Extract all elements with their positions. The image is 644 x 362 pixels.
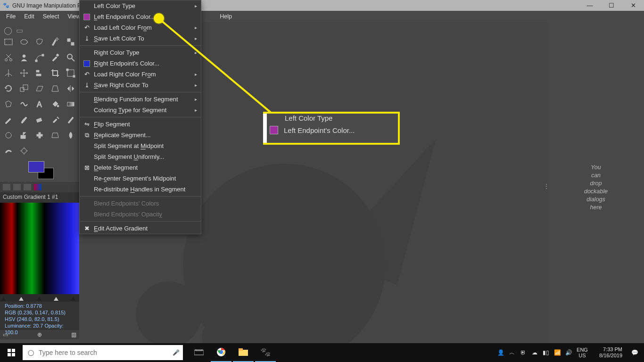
tab-gradients-icon[interactable] [34, 184, 41, 190]
tool-measure[interactable] [1, 66, 16, 81]
window-maximize-button[interactable]: ☐ [601, 0, 622, 11]
menu-load-left-color-from[interactable]: ↶Load Left Color From▸ [80, 22, 201, 33]
tool-unified-transform[interactable] [63, 66, 78, 81]
menu-delete-segment[interactable]: ⊠Delete Segment [80, 162, 201, 173]
tool-align[interactable] [32, 66, 47, 81]
fg-bg-colors[interactable] [28, 161, 57, 181]
tab-tool-options-icon[interactable] [3, 184, 10, 190]
svg-rect-22 [36, 118, 41, 122]
menu-right-color-type[interactable]: Right Color Type▸ [80, 47, 201, 58]
tray-battery-icon[interactable]: ▮▯ [540, 349, 552, 356]
tool-dodge[interactable] [17, 143, 32, 158]
tool-color-picker[interactable] [48, 50, 63, 65]
menu-right-endpoint-color[interactable]: Right Endpoint's Color... [80, 58, 201, 69]
menu-left-endpoint-color[interactable]: Left Endpoint's Color... [80, 11, 201, 22]
taskbar-gimp[interactable]: 🐾 [255, 343, 276, 362]
menu-help[interactable]: Help [215, 12, 236, 21]
gradient-handle-bar[interactable] [0, 294, 79, 302]
menu-select[interactable]: Select [39, 12, 64, 21]
tool-foreground-select[interactable] [17, 50, 32, 65]
tool-pencil[interactable] [1, 112, 16, 127]
tray-clock[interactable]: 7:33 PM8/16/2019 [590, 346, 625, 359]
menu-recenter-midpoint[interactable]: Re-center Segment's Midpoint [80, 173, 201, 184]
tool-heal[interactable] [32, 128, 47, 143]
window-close-button[interactable]: ✕ [622, 0, 644, 11]
tool-bucket-fill[interactable] [48, 97, 63, 112]
tool-free-select[interactable] [32, 34, 47, 49]
tool-clone[interactable] [17, 128, 32, 143]
tray-volume-icon[interactable]: 🔊 [563, 349, 574, 356]
menu-edit-active-gradient[interactable]: ✖Edit Active Gradient [80, 223, 201, 234]
dock-tab-row: ◯ ▭ [0, 22, 79, 33]
menu-load-right-color-from[interactable]: ↶Load Right Color From▸ [80, 69, 201, 80]
tool-by-color-select[interactable] [63, 34, 78, 49]
tool-perspective-clone[interactable] [48, 128, 63, 143]
menu-flip-segment[interactable]: ⇋Flip Segment [80, 119, 201, 130]
svg-rect-13 [36, 74, 41, 76]
tool-smudge[interactable] [1, 143, 16, 158]
menu-split-midpoint[interactable]: Split Segment at Midpoint [80, 140, 201, 151]
taskbar-search[interactable]: ◯ 🎤 [23, 345, 183, 360]
tray-onedrive-icon[interactable]: ☁ [529, 349, 540, 356]
tab-patterns-icon[interactable] [24, 184, 31, 190]
menu-redistribute-handles[interactable]: Re-distribute Handles in Segment [80, 184, 201, 195]
menu-coloring-type[interactable]: Coloring Type for Segment▸ [80, 105, 201, 115]
tool-warp[interactable] [17, 97, 32, 112]
tool-move[interactable] [17, 66, 32, 81]
dock-more-button[interactable]: ▥ [71, 331, 76, 338]
tool-paintbrush[interactable] [17, 112, 32, 127]
tray-notifications-icon[interactable]: 💬 [625, 349, 644, 356]
menu-file[interactable]: File [2, 12, 20, 21]
tool-gradient[interactable] [63, 97, 78, 112]
tool-scale[interactable] [17, 81, 32, 96]
gimp-app-icon: 🐾 [2, 1, 10, 10]
tool-ink[interactable] [63, 112, 78, 127]
tool-paths[interactable] [32, 50, 47, 65]
tab-brushes-icon[interactable] [13, 184, 21, 190]
tool-airbrush[interactable] [48, 112, 63, 127]
dock-tab-icon[interactable]: ▭ [16, 26, 23, 33]
tool-rotate[interactable] [1, 81, 16, 96]
tray-wifi-icon[interactable]: 📶 [552, 349, 563, 356]
mic-icon[interactable]: 🎤 [169, 349, 183, 356]
svg-rect-39 [239, 348, 243, 351]
tray-chevron-up-icon[interactable]: ︿ [506, 349, 518, 357]
menu-split-uniformly[interactable]: Split Segment Uniformly... [80, 151, 201, 162]
svg-point-2 [56, 38, 58, 40]
dock-zoom-button[interactable]: ⊕ [37, 331, 42, 338]
tool-zoom[interactable] [63, 50, 78, 65]
dock-edit-button[interactable]: ▭ [3, 331, 8, 338]
tool-eraser[interactable] [32, 112, 47, 127]
menu-edit[interactable]: Edit [20, 12, 39, 21]
start-button[interactable] [0, 343, 23, 362]
dock-tab-icon[interactable]: ◯ [4, 26, 10, 33]
tool-flip[interactable] [63, 81, 78, 96]
tool-ellipse-select[interactable] [17, 34, 32, 49]
tool-rect-select[interactable] [1, 34, 16, 49]
gradient-preview[interactable] [0, 203, 79, 294]
tool-crop[interactable] [48, 66, 63, 81]
tray-language[interactable]: ENGUS [574, 347, 590, 358]
search-input[interactable] [39, 349, 169, 356]
tool-cage[interactable] [1, 97, 16, 112]
svg-rect-0 [5, 39, 12, 45]
task-view-button[interactable] [189, 343, 209, 362]
tool-scissors[interactable] [1, 50, 16, 65]
tool-text[interactable]: A [32, 97, 47, 112]
menu-blending-function[interactable]: Blending Function for Segment▸ [80, 94, 201, 105]
tool-fuzzy-select[interactable] [48, 34, 63, 49]
tool-mypaint[interactable] [1, 128, 16, 143]
tray-security-icon[interactable]: ⛨ [518, 349, 529, 356]
fg-color-swatch[interactable] [28, 161, 44, 173]
tool-shear[interactable] [32, 81, 47, 96]
window-minimize-button[interactable]: — [579, 0, 601, 11]
taskbar-file-explorer[interactable] [233, 343, 254, 362]
tool-blur[interactable] [63, 128, 78, 143]
cortana-icon[interactable]: ◯ [23, 349, 39, 356]
tray-people-icon[interactable]: 👤 [495, 349, 506, 356]
menu-left-color-type[interactable]: Left Color Type▸ [80, 0, 201, 11]
menu-save-right-color-to[interactable]: ⤓Save Right Color To▸ [80, 80, 201, 90]
tool-perspective[interactable] [48, 81, 63, 96]
taskbar-chrome[interactable] [211, 343, 231, 362]
menu-replicate-segment[interactable]: ⧉Replicate Segment... [80, 130, 201, 140]
